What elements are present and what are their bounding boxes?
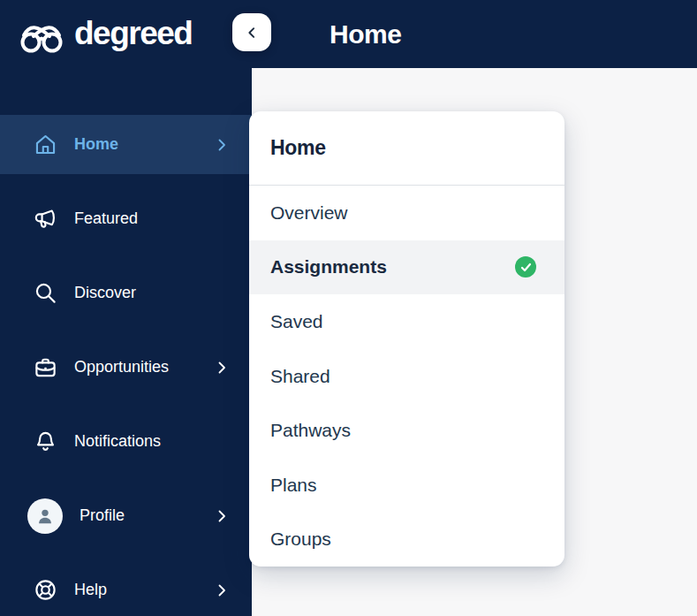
sidebar-item-notifications[interactable]: Notifications bbox=[0, 412, 252, 471]
flyout-item-plans[interactable]: Plans bbox=[249, 458, 564, 513]
home-icon bbox=[34, 133, 57, 156]
sidebar-item-help[interactable]: Help bbox=[0, 560, 252, 616]
megaphone-icon bbox=[34, 207, 57, 231]
sidebar-item-featured[interactable]: Featured bbox=[0, 189, 252, 248]
flyout-list: Overview Assignments Saved Shared Pathwa… bbox=[249, 186, 564, 567]
logo-text: degreed bbox=[74, 15, 192, 52]
sidebar-item-label: Featured bbox=[74, 209, 138, 228]
chevron-right-icon bbox=[215, 509, 229, 523]
degreed-glasses-icon bbox=[18, 14, 67, 55]
flyout-item-pathways[interactable]: Pathways bbox=[249, 403, 564, 458]
sidebar-item-label: Profile bbox=[80, 506, 125, 525]
sidebar-collapse-button[interactable] bbox=[232, 13, 271, 51]
flyout-item-overview[interactable]: Overview bbox=[249, 186, 564, 240]
sidebar-item-discover[interactable]: Discover bbox=[0, 263, 252, 323]
flyout-item-assignments[interactable]: Assignments bbox=[249, 240, 564, 295]
avatar bbox=[27, 498, 63, 534]
sidebar: degreed Home bbox=[0, 0, 252, 616]
search-icon bbox=[34, 281, 57, 305]
flyout-title: Home bbox=[249, 111, 564, 186]
sidebar-item-home[interactable]: Home bbox=[0, 115, 252, 174]
chevron-left-icon bbox=[246, 27, 258, 39]
app-window: degreed Home bbox=[0, 0, 697, 616]
sidebar-item-label: Home bbox=[74, 135, 118, 154]
logo[interactable]: degreed bbox=[0, 0, 252, 68]
chevron-right-icon bbox=[215, 138, 229, 152]
flyout-item-label: Shared bbox=[270, 366, 330, 387]
page-title: Home bbox=[330, 19, 401, 49]
flyout-item-shared[interactable]: Shared bbox=[249, 349, 564, 404]
chevron-right-icon bbox=[215, 361, 229, 375]
chevron-right-icon bbox=[215, 583, 229, 597]
flyout-item-label: Assignments bbox=[270, 256, 387, 278]
flyout-item-groups[interactable]: Groups bbox=[249, 512, 564, 567]
flyout-item-saved[interactable]: Saved bbox=[249, 294, 564, 349]
sidebar-item-label: Notifications bbox=[74, 432, 161, 451]
person-icon bbox=[35, 506, 55, 526]
sidebar-item-profile[interactable]: Profile bbox=[0, 486, 252, 545]
flyout-item-label: Groups bbox=[270, 529, 331, 550]
bell-icon bbox=[34, 430, 57, 453]
home-flyout-menu: Home Overview Assignments Saved Shared P… bbox=[249, 111, 564, 567]
flyout-item-label: Pathways bbox=[270, 420, 351, 441]
sidebar-item-label: Opportunities bbox=[74, 358, 169, 376]
sidebar-item-label: Help bbox=[74, 581, 107, 599]
top-header-bar: Home bbox=[252, 0, 697, 68]
life-buoy-icon bbox=[34, 578, 57, 602]
sidebar-item-label: Discover bbox=[74, 284, 136, 302]
flyout-item-label: Saved bbox=[270, 311, 323, 332]
briefcase-icon bbox=[34, 355, 57, 379]
sidebar-nav: Home Featured bbox=[0, 115, 252, 616]
flyout-item-label: Overview bbox=[270, 202, 348, 224]
check-icon bbox=[515, 256, 536, 278]
flyout-item-label: Plans bbox=[270, 475, 317, 496]
sidebar-item-opportunities[interactable]: Opportunities bbox=[0, 338, 252, 397]
